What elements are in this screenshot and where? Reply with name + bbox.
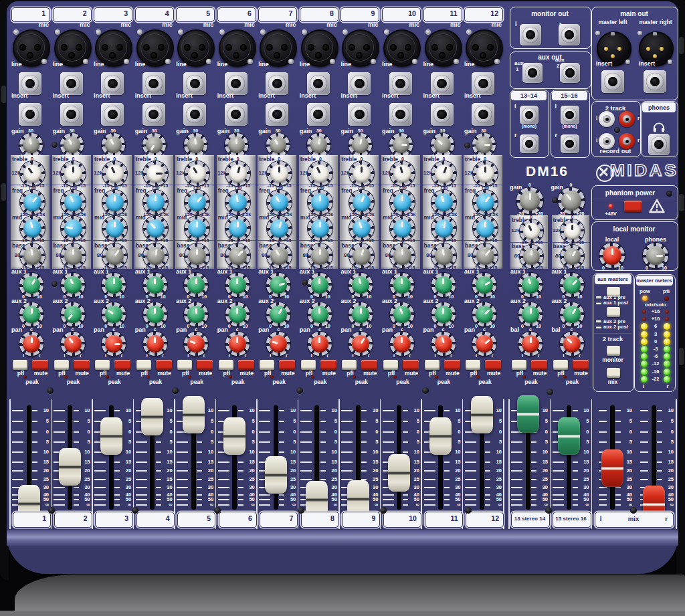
- st13-14-aux2-knob[interactable]: [518, 302, 543, 326]
- st15-16-gain-knob[interactable]: [558, 187, 585, 214]
- ch2-mute-button[interactable]: [74, 360, 90, 370]
- ch1-mid-knob[interactable]: [20, 216, 45, 241]
- ch3-pan-knob[interactable]: [102, 332, 126, 356]
- local-monitor-phones-knob[interactable]: [643, 243, 668, 268]
- ch3-aux1-knob[interactable]: [102, 273, 126, 297]
- ch2-fader[interactable]: [59, 448, 81, 486]
- ch5-gain-knob[interactable]: [184, 133, 207, 157]
- ch1-pan-knob[interactable]: [19, 332, 43, 356]
- ch12-pan-knob[interactable]: [472, 332, 496, 356]
- ch9-bass-knob[interactable]: [349, 243, 374, 268]
- aux2-master-button[interactable]: [607, 307, 620, 317]
- ch3-treble-knob[interactable]: [102, 161, 127, 186]
- st15-16-pfl-button[interactable]: [553, 360, 568, 370]
- ch5-bass-knob[interactable]: [185, 243, 209, 268]
- two-track-mix-button[interactable]: [607, 368, 620, 378]
- ch8-mid-knob[interactable]: [308, 216, 332, 241]
- ch8-aux2-knob[interactable]: [308, 302, 332, 326]
- ch3-aux2-knob[interactable]: [102, 302, 126, 326]
- ch11-aux1-knob[interactable]: [431, 273, 456, 297]
- ch10-mid-knob[interactable]: [390, 216, 415, 241]
- ch11-pan-knob[interactable]: [431, 332, 456, 356]
- ch9-aux2-knob[interactable]: [349, 302, 373, 326]
- ch10-aux1-knob[interactable]: [390, 273, 414, 297]
- ch5-pan-knob[interactable]: [184, 332, 208, 356]
- st13-14-bal-knob[interactable]: [518, 332, 543, 356]
- ch10-pan-knob[interactable]: [390, 332, 414, 356]
- ch1-gain-knob[interactable]: [19, 133, 43, 157]
- ch4-aux2-knob[interactable]: [143, 302, 167, 326]
- ch10-aux2-knob[interactable]: [390, 302, 414, 326]
- ch7-mute-button[interactable]: [279, 360, 295, 370]
- st13-14-pfl-button[interactable]: [512, 360, 526, 370]
- ch6-bass-knob[interactable]: [225, 243, 250, 268]
- ch4-gain-knob[interactable]: [142, 133, 166, 157]
- ch11-aux2-knob[interactable]: [431, 302, 456, 326]
- st13-14-mute-button[interactable]: [531, 360, 547, 370]
- ch10-mute-button[interactable]: [403, 360, 419, 370]
- ch12-aux2-knob[interactable]: [472, 302, 496, 326]
- ch8-bass-knob[interactable]: [308, 243, 332, 268]
- ch5-aux2-knob[interactable]: [184, 302, 208, 326]
- ch7-mid-knob[interactable]: [267, 216, 292, 241]
- ch8-treble-knob[interactable]: [308, 161, 332, 186]
- ch1-pfl-button[interactable]: [13, 360, 27, 370]
- ch1-aux1-knob[interactable]: [19, 273, 43, 297]
- ch1-bass-knob[interactable]: [20, 243, 45, 268]
- ch2-bass-knob[interactable]: [61, 243, 86, 268]
- ch8-aux1-knob[interactable]: [308, 273, 332, 297]
- st13-14-aux1-knob[interactable]: [518, 273, 543, 297]
- ch6-aux1-knob[interactable]: [225, 273, 250, 297]
- ch8-gain-knob[interactable]: [307, 133, 330, 157]
- ch12-mid-knob[interactable]: [473, 216, 498, 241]
- ch5-mute-button[interactable]: [197, 360, 213, 370]
- ch6-pan-knob[interactable]: [225, 332, 250, 356]
- ch4-treble-knob[interactable]: [143, 161, 168, 186]
- ch2-treble-knob[interactable]: [61, 161, 86, 186]
- ch6-pfl-button[interactable]: [219, 360, 233, 370]
- ch12-bass-knob[interactable]: [473, 243, 498, 268]
- ch3-pfl-button[interactable]: [95, 360, 110, 370]
- ch6-gain-knob[interactable]: [225, 133, 248, 157]
- st15-16-bass-knob[interactable]: [561, 245, 584, 268]
- st15-16-bal-knob[interactable]: [560, 332, 584, 356]
- ch9-pfl-button[interactable]: [342, 360, 357, 370]
- ch6-aux2-knob[interactable]: [225, 302, 250, 326]
- ch2-aux1-knob[interactable]: [61, 273, 85, 297]
- ch3-gain-knob[interactable]: [102, 133, 125, 157]
- ch11-bass-knob[interactable]: [431, 243, 456, 268]
- ch4-pan-knob[interactable]: [143, 332, 167, 356]
- ch4-fader[interactable]: [141, 398, 163, 435]
- st15-16-treble-knob[interactable]: [561, 219, 584, 243]
- ch7-fader[interactable]: [265, 456, 287, 494]
- ch10-treble-knob[interactable]: [390, 161, 415, 186]
- ch10-pfl-button[interactable]: [383, 360, 398, 370]
- ch1-treble-knob[interactable]: [20, 161, 45, 186]
- ch8-pan-knob[interactable]: [308, 332, 332, 356]
- ch1-mute-button[interactable]: [32, 360, 48, 370]
- ch4-mute-button[interactable]: [156, 360, 172, 370]
- ch6-treble-knob[interactable]: [225, 161, 250, 186]
- ch9-gain-knob[interactable]: [349, 133, 372, 157]
- ch11-mute-button[interactable]: [444, 360, 460, 370]
- ch8-pfl-button[interactable]: [301, 360, 316, 370]
- st15-16-aux2-knob[interactable]: [560, 302, 584, 326]
- ch6-mid-knob[interactable]: [225, 216, 250, 241]
- ch3-mute-button[interactable]: [114, 360, 130, 370]
- st15-16-mute-button[interactable]: [573, 360, 589, 370]
- ch5-aux1-knob[interactable]: [184, 273, 208, 297]
- ch5-mid-knob[interactable]: [185, 216, 209, 241]
- ch4-bass-knob[interactable]: [143, 243, 168, 268]
- ch10-fader[interactable]: [388, 454, 410, 492]
- ch11-gain-knob[interactable]: [431, 133, 454, 157]
- st13-14-bass-knob[interactable]: [520, 245, 543, 268]
- ch3-mid-knob[interactable]: [102, 216, 127, 241]
- ch2-mid-knob[interactable]: [61, 216, 86, 241]
- ch11-treble-knob[interactable]: [431, 161, 456, 186]
- stereo-fader-15-16[interactable]: [558, 417, 580, 455]
- ch4-pfl-button[interactable]: [136, 360, 151, 370]
- st15-16-aux1-knob[interactable]: [560, 273, 584, 297]
- ch11-pfl-button[interactable]: [425, 360, 439, 370]
- ch5-pfl-button[interactable]: [177, 360, 192, 370]
- ch12-treble-knob[interactable]: [473, 161, 498, 186]
